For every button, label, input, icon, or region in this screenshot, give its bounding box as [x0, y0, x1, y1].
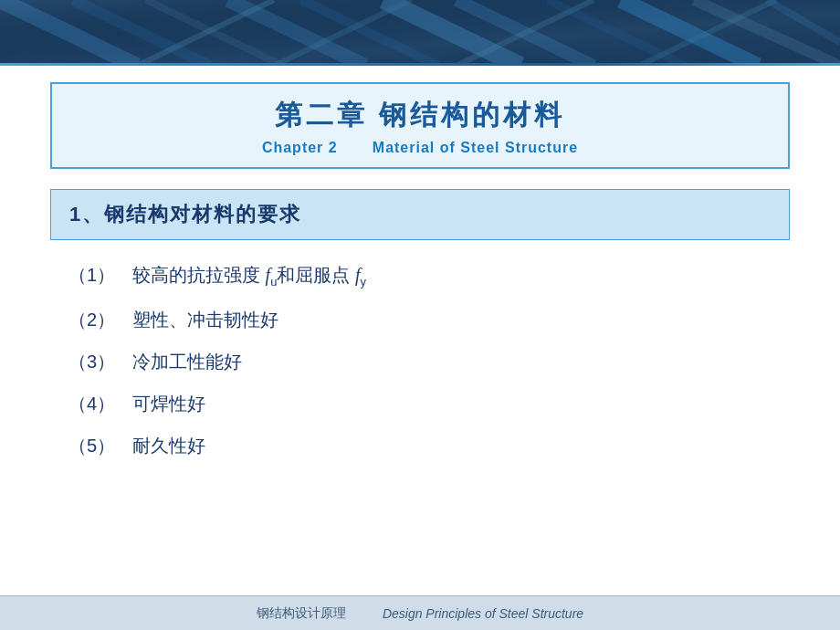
top-banner	[0, 0, 840, 66]
title-box: 第二章 钢结构的材料 Chapter 2 Material of Steel S…	[50, 82, 790, 169]
item-number-1: （1）	[68, 263, 132, 288]
footer-bar: 钢结构设计原理 Design Principles of Steel Struc…	[0, 595, 840, 630]
item-number-4: （4）	[68, 392, 132, 416]
list-item: （4） 可焊性好	[68, 391, 772, 416]
item-number-2: （2）	[68, 308, 132, 332]
chapter-title-chinese: 第二章 钢结构的材料	[70, 97, 770, 134]
chapter-label: Chapter 2	[262, 140, 338, 155]
svg-rect-16	[0, 0, 840, 66]
list-item: （1） 较高的抗拉强度 fu和屈服点 fy	[68, 262, 772, 290]
chapter-subtitle: Material of Steel Structure	[373, 140, 578, 155]
footer-cn: 钢结构设计原理	[257, 605, 346, 622]
footer-en: Design Principles of Steel Structure	[383, 606, 583, 621]
main-content: 第二章 钢结构的材料 Chapter 2 Material of Steel S…	[0, 66, 840, 458]
svg-rect-17	[0, 63, 840, 66]
list-item: （5） 耐久性好	[68, 433, 772, 458]
item-number-5: （5）	[68, 434, 132, 458]
item-text-1: 较高的抗拉强度 fu和屈服点 fy	[132, 262, 366, 290]
chapter-title-english: Chapter 2 Material of Steel Structure	[70, 140, 770, 156]
item-number-3: （3）	[68, 350, 132, 374]
section-title: 1、钢结构对材料的要求	[69, 201, 771, 228]
item-text-5: 耐久性好	[132, 433, 205, 458]
list-item: （3） 冷加工性能好	[68, 349, 772, 374]
item-text-2: 塑性、冲击韧性好	[132, 307, 278, 332]
section-header: 1、钢结构对材料的要求	[50, 189, 790, 240]
list-item: （2） 塑性、冲击韧性好	[68, 307, 772, 332]
list-items: （1） 较高的抗拉强度 fu和屈服点 fy （2） 塑性、冲击韧性好 （3） 冷…	[50, 262, 790, 458]
item-text-4: 可焊性好	[132, 391, 205, 416]
item-text-3: 冷加工性能好	[132, 349, 242, 374]
